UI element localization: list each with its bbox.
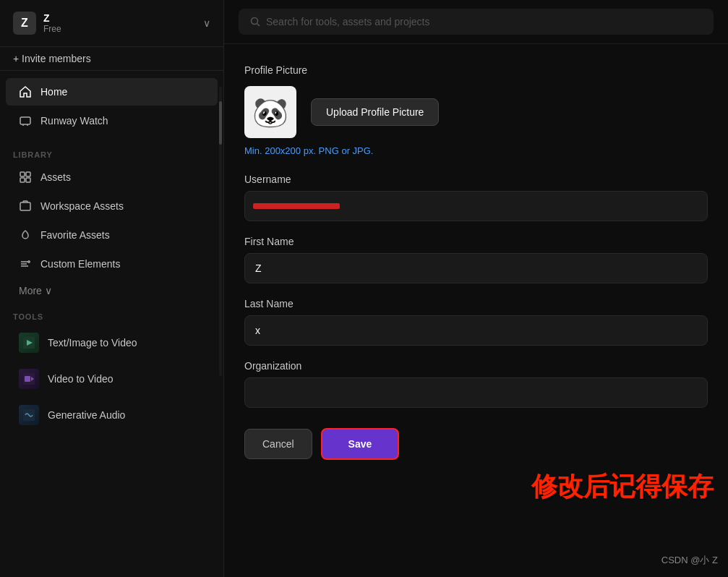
favorite-assets-label: Favorite Assets [40, 229, 110, 241]
generative-audio-thumbnail [19, 405, 39, 425]
sidebar: Z Z Free ∨ + Invite members Home [0, 0, 224, 577]
sidebar-scrollbar[interactable] [219, 87, 222, 376]
more-button[interactable]: More ∨ [6, 279, 218, 302]
home-label: Home [40, 86, 67, 98]
username-field: Username [244, 174, 708, 221]
svg-rect-13 [25, 376, 30, 382]
svg-line-17 [257, 24, 260, 27]
video-to-video-label: Video to Video [48, 373, 114, 385]
main-content: Search for tools, assets and projects Pr… [224, 0, 728, 577]
tools-section-title: TOOLS [0, 304, 223, 324]
csdn-watermark: CSDN @小 Z [661, 554, 718, 567]
search-bar: Search for tools, assets and projects [224, 0, 728, 44]
more-label: More [19, 285, 42, 296]
text-image-video-thumbnail [19, 333, 39, 353]
profile-form: Profile Picture 🐼 Upload Profile Picture… [224, 44, 728, 480]
sidebar-item-video-to-video[interactable]: Video to Video [6, 362, 218, 396]
sidebar-item-custom-elements[interactable]: Custom Elements [6, 250, 218, 278]
username-label: Username [244, 174, 708, 185]
sidebar-item-favorite-assets[interactable]: Favorite Assets [6, 221, 218, 249]
organization-field: Organization [244, 360, 708, 408]
sidebar-item-generative-audio[interactable]: Generative Audio [6, 398, 218, 432]
library-section-title: LIBRARY [0, 142, 223, 162]
library-section: LIBRARY Assets Workspace Assets [0, 142, 223, 304]
profile-picture-section: Profile Picture 🐼 Upload Profile Picture… [244, 64, 708, 156]
text-image-video-label: Text/Image to Video [48, 337, 137, 349]
workspace-header[interactable]: Z Z Free ∨ [0, 0, 223, 47]
video-to-video-thumbnail [19, 369, 39, 389]
workspace-name-group: Z Free [43, 12, 61, 34]
upload-hint: Min. 200x200 px. PNG or JPG. [244, 145, 708, 156]
invite-members-button[interactable]: + Invite members [0, 47, 223, 71]
generative-audio-label: Generative Audio [48, 409, 125, 421]
last-name-input[interactable] [244, 315, 708, 346]
svg-rect-3 [20, 178, 25, 182]
sidebar-item-text-image-video[interactable]: Text/Image to Video [6, 325, 218, 360]
assets-label: Assets [40, 171, 71, 183]
svg-rect-4 [26, 178, 30, 182]
workspace-plan: Free [43, 24, 61, 34]
sidebar-scrollbar-thumb [219, 101, 222, 145]
search-icon [250, 17, 260, 27]
svg-rect-0 [20, 117, 30, 124]
search-input-placeholder: Search for tools, assets and projects [266, 16, 429, 27]
tools-section: TOOLS Text/Image to Video Video to Video [0, 304, 223, 434]
nav-section: Home Runway Watch [0, 71, 223, 142]
svg-rect-1 [20, 172, 25, 176]
profile-picture-row: 🐼 Upload Profile Picture [244, 86, 708, 138]
last-name-field: Last Name [244, 298, 708, 346]
custom-elements-label: Custom Elements [40, 258, 120, 270]
profile-picture-label: Profile Picture [244, 64, 708, 76]
upload-profile-picture-button[interactable]: Upload Profile Picture [311, 98, 439, 126]
last-name-label: Last Name [244, 298, 708, 309]
runway-watch-label: Runway Watch [40, 115, 108, 127]
cancel-button[interactable]: Cancel [244, 429, 312, 459]
search-input-wrapper[interactable]: Search for tools, assets and projects [239, 9, 714, 35]
annotation-overlay: 修改后记得保存 [531, 469, 714, 505]
more-chevron-icon: ∨ [45, 285, 52, 296]
workspace-avatar: Z [13, 12, 36, 35]
username-error-indicator [253, 203, 340, 209]
first-name-field: First Name [244, 236, 708, 283]
svg-rect-2 [26, 172, 30, 176]
sidebar-item-runway-watch[interactable]: Runway Watch [6, 107, 218, 134]
runway-watch-icon [19, 114, 32, 127]
workspace-assets-label: Workspace Assets [40, 200, 124, 212]
home-icon [19, 85, 32, 98]
sidebar-item-assets[interactable]: Assets [6, 163, 218, 191]
workspace-assets-icon [19, 200, 32, 213]
sidebar-item-home[interactable]: Home [6, 78, 218, 106]
username-input-wrapper [244, 191, 708, 221]
avatar: 🐼 [244, 86, 296, 138]
save-button[interactable]: Save [321, 428, 400, 460]
form-actions: Cancel Save [244, 428, 708, 460]
workspace-name: Z [43, 12, 61, 24]
sidebar-item-workspace-assets[interactable]: Workspace Assets [6, 192, 218, 220]
workspace-info: Z Z Free [13, 12, 61, 35]
custom-elements-icon [19, 257, 32, 270]
svg-point-16 [252, 18, 258, 25]
organization-label: Organization [244, 360, 708, 372]
workspace-chevron-icon: ∨ [203, 17, 210, 29]
first-name-input[interactable] [244, 253, 708, 283]
favorite-assets-icon [19, 228, 32, 242]
assets-icon [19, 171, 32, 184]
first-name-label: First Name [244, 236, 708, 247]
svg-rect-5 [20, 202, 30, 210]
organization-input[interactable] [244, 377, 708, 408]
